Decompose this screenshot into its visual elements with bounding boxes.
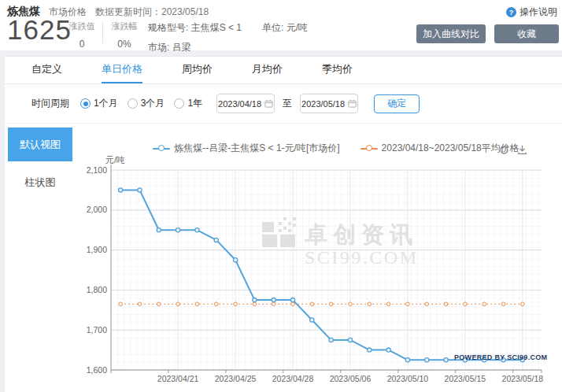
tab-daily-price[interactable]: 单日价格 [102, 57, 142, 83]
main-card: 自定义 单日价格 周均价 月均价 季均价 时间周期 1个月 3个月 1年 202… [5, 56, 562, 392]
radio-3-months[interactable]: 3个月 [128, 97, 165, 110]
tab-custom[interactable]: 自定义 [31, 57, 62, 83]
chart-legend: 炼焦煤--吕梁-主焦煤S < 1-元/吨[市场价] 2023/04/18~202… [110, 142, 562, 155]
radio-1-year[interactable]: 1年 [174, 97, 202, 110]
x-axis-tick-label: 2023/04/28 [272, 374, 314, 383]
calendar-icon [348, 99, 357, 108]
y-axis-tick-label: 1,900 [87, 245, 107, 254]
chart-grid [111, 170, 542, 370]
update-time-value: 2023/05/18 [161, 6, 209, 17]
watermark-brand: 卓创资讯 [304, 222, 418, 247]
view-sidebar: 默认视图 柱状图 [5, 123, 79, 392]
add-compare-button[interactable]: 加入曲线对比 [416, 24, 486, 43]
change-pct-label: 涨跌幅 [109, 20, 140, 32]
x-axis-tick-label: 2023/05/06 [330, 374, 372, 383]
legend-label-price-series: 炼焦煤--吕梁-主焦煤S < 1-元/吨[市场价] [174, 142, 339, 155]
price-chart[interactable]: 卓创资讯SCI99.COM1,6001,7001,8001,9002,0002,… [79, 154, 562, 392]
legend-item-average-series[interactable]: 2023/04/18~2023/05/18平均价格 [360, 142, 519, 155]
radio-3-months-label: 3个月 [141, 97, 165, 110]
to-label: 至 [283, 97, 292, 110]
change-pct-block: 涨跌幅 0% [109, 20, 140, 50]
legend-item-price-series[interactable]: 炼焦煤--吕梁-主焦煤S < 1-元/吨[市场价] [153, 142, 339, 155]
start-date-value: 2023/04/18 [218, 99, 261, 109]
end-date-input[interactable]: 2023/05/18 [300, 94, 358, 113]
powered-by-watermark: POWERED BY SCI99.COM [454, 353, 547, 361]
sidebar-item-default-view[interactable]: 默认视图 [8, 128, 72, 161]
market-label: 市场: 吕梁 [148, 41, 308, 54]
help-label: 操作说明 [519, 6, 557, 19]
spec-block: 规格型号: 主焦煤S < 1 单位: 元/吨 市场: 吕梁 [148, 21, 308, 54]
radio-1-year-label: 1年 [187, 97, 202, 110]
radio-1-month[interactable]: 1个月 [80, 97, 118, 110]
watermark-domain: SCI99.COM [305, 247, 419, 268]
y-axis-tick-label: 2,000 [87, 205, 107, 214]
header-card: 炼焦煤 市场价格 数据更新时间：2023/05/18 1625 涨跌值 0 涨跌… [0, 0, 562, 50]
radio-icon [174, 98, 184, 109]
tab-weekly-avg[interactable]: 周均价 [182, 57, 213, 83]
radio-1-month-label: 1个月 [94, 97, 118, 110]
question-icon: ? [506, 7, 516, 17]
x-axis-tick-label: 2023/05/18 [502, 374, 544, 383]
y-axis-tick-label: 1,600 [87, 365, 107, 375]
change-value: 0 [66, 39, 98, 50]
end-date-value: 2023/05/18 [301, 99, 345, 109]
change-value-label: 涨跌值 [66, 20, 98, 32]
sidebar-item-bar-chart[interactable]: 柱状图 [8, 174, 72, 191]
y-axis-tick-label: 2,100 [87, 165, 107, 175]
period-label: 时间周期 [31, 97, 69, 110]
tab-monthly-avg[interactable]: 月均价 [252, 57, 283, 83]
update-time: 数据更新时间：2023/05/18 [95, 6, 209, 19]
radio-icon [80, 98, 91, 109]
update-time-label: 数据更新时间： [95, 6, 161, 17]
tabs-bar: 自定义 单日价格 周均价 月均价 季均价 [5, 57, 562, 84]
help-link[interactable]: ? 操作说明 [506, 6, 557, 19]
x-axis-tick-label: 2023/04/21 [157, 374, 199, 383]
start-date-input[interactable]: 2023/04/18 [216, 94, 275, 113]
filter-bar: 时间周期 1个月 3个月 1年 2023/04/18 至 2023/05/18 [5, 84, 562, 124]
content-area: 默认视图 柱状图 炼焦煤--吕梁-主焦煤S < 1-元/吨[市场价] 2023/… [5, 123, 562, 392]
current-price: 1625 [7, 14, 72, 46]
radio-icon [128, 98, 138, 109]
line-marker-icon [153, 145, 170, 152]
tab-quarterly-avg[interactable]: 季均价 [322, 57, 353, 83]
unit-label: 单位: 元/吨 [262, 21, 308, 35]
y-axis-title: 元/吨 [105, 155, 125, 165]
vertical-divider [102, 22, 103, 43]
x-axis-tick-label: 2023/04/25 [215, 374, 257, 383]
calendar-icon [264, 99, 273, 108]
change-value-block: 涨跌值 0 [66, 20, 98, 50]
y-axis-tick-label: 1,700 [87, 325, 107, 335]
page: 炼焦煤 市场价格 数据更新时间：2023/05/18 1625 涨跌值 0 涨跌… [0, 0, 562, 392]
spec-model: 规格型号: 主焦煤S < 1 [148, 21, 242, 35]
x-axis-tick-label: 2023/05/10 [387, 374, 429, 383]
change-pct: 0% [109, 39, 140, 50]
line-marker-icon [360, 145, 378, 152]
favorite-button[interactable]: 收藏 [494, 24, 559, 43]
x-axis-tick-label: 2023/05/15 [445, 374, 486, 383]
confirm-button[interactable]: 确定 [374, 94, 420, 113]
chart-panel: 炼焦煤--吕梁-主焦煤S < 1-元/吨[市场价] 2023/04/18~202… [79, 123, 562, 392]
y-axis-tick-label: 1,800 [87, 285, 107, 294]
